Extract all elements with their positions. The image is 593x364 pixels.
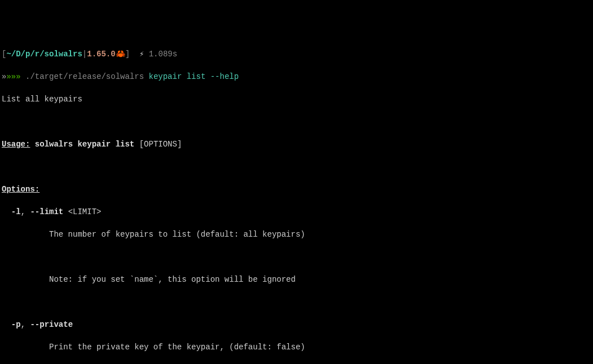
command-args: keypair list --help <box>144 72 239 81</box>
opt-short: -p <box>11 320 21 329</box>
usage-opts: [OPTIONS] <box>139 140 182 149</box>
option-limit: -l, --limit <LIMIT> <box>2 206 591 217</box>
command-binary: ./target/release/solwalrs <box>25 72 144 81</box>
comma: , <box>21 207 30 216</box>
options-label: Options: <box>2 184 591 195</box>
usage-label: Usage: <box>2 140 30 149</box>
cwd-path: ~/D/p/r/solwalrs <box>6 50 82 59</box>
blank-line <box>2 161 591 172</box>
blank-line <box>2 116 591 127</box>
pipe: | <box>82 50 87 59</box>
note-text: Note: if you set `name`, this option wil… <box>49 275 296 284</box>
blank-line <box>2 251 591 263</box>
opt-long: --private <box>30 320 73 329</box>
blank-line <box>2 296 591 308</box>
exec-time: 1.089s <box>149 50 177 59</box>
command-line-1[interactable]: »»»» ./target/release/solwalrs keypair l… <box>2 71 591 82</box>
opt-short: -l <box>11 207 21 216</box>
help-summary: List all keypairs <box>2 94 591 105</box>
opt-long: --limit <box>30 207 63 216</box>
rust-version: 1.65.0 <box>87 50 115 59</box>
option-desc: The number of keypairs to list (default:… <box>2 229 591 240</box>
desc-text: The number of keypairs to list (default:… <box>49 230 305 239</box>
opt-arg: <LIMIT> <box>68 207 102 216</box>
bracket-close: ] <box>125 50 130 59</box>
option-note: Note: if you set `name`, this option wil… <box>2 274 591 285</box>
prompt-line-1: [~/D/p/r/solwalrs|1.65.0🦀] ⚡ 1.089s <box>2 48 591 60</box>
option-desc: Print the private key of the keypair, (d… <box>2 341 591 353</box>
desc-text: Print the private key of the keypair, (d… <box>49 343 305 352</box>
crab-icon: 🦀 <box>116 50 125 59</box>
option-private: -p, --private <box>2 319 591 330</box>
usage-cmd: solwalrs keypair list <box>35 140 134 149</box>
usage-line: Usage: solwalrs keypair list [OPTIONS] <box>2 139 591 150</box>
comma: , <box>21 320 30 329</box>
prompt-arrow-green: »»» <box>6 72 20 81</box>
bolt-icon: ⚡ <box>139 50 144 59</box>
